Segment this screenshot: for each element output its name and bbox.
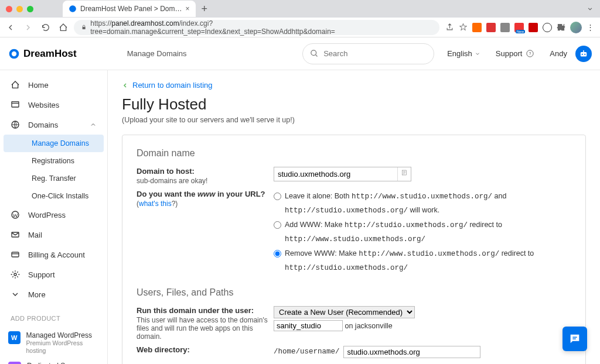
return-link[interactable]: Return to domain listing bbox=[122, 81, 586, 90]
whats-this-link[interactable]: what's this bbox=[139, 200, 172, 208]
svg-point-9 bbox=[584, 53, 585, 54]
url-text: https://panel.dreamhost.com/index.cgi?tr… bbox=[90, 19, 432, 36]
sidebar-item-label: Billing & Account bbox=[28, 250, 85, 259]
sidebar-item-label: Home bbox=[28, 81, 49, 90]
svg-point-0 bbox=[69, 5, 76, 12]
extension-icon[interactable]: New bbox=[514, 23, 524, 32]
run-user-label: Run this domain under the user: bbox=[137, 306, 268, 315]
sidebar-item-mail[interactable]: Mail bbox=[0, 225, 107, 245]
sidebar-item-label: Websites bbox=[28, 101, 59, 109]
domain-to-host-label: Domain to host: bbox=[137, 167, 268, 176]
sidebar-sub-registrations[interactable]: Registrations bbox=[0, 152, 107, 170]
extensions-icon[interactable] bbox=[557, 23, 565, 32]
logo-icon bbox=[8, 48, 20, 60]
sidebar-sub-manage-domains[interactable]: Manage Domains bbox=[4, 135, 104, 152]
reload-icon[interactable] bbox=[41, 23, 50, 32]
product-title: Managed WordPress bbox=[26, 331, 99, 339]
search-input[interactable] bbox=[302, 43, 434, 64]
web-dir-prefix: /home/username/ bbox=[274, 345, 340, 359]
sidebar-item-support[interactable]: Support bbox=[0, 265, 107, 284]
extension-icon[interactable] bbox=[543, 23, 552, 32]
svg-point-4 bbox=[311, 50, 316, 56]
search-icon bbox=[310, 49, 319, 58]
new-tab-button[interactable]: + bbox=[202, 3, 208, 15]
radio-remove-www[interactable] bbox=[274, 250, 281, 257]
sidebar-item-more[interactable]: More bbox=[0, 284, 107, 304]
chat-button[interactable] bbox=[562, 327, 587, 351]
svg-point-3 bbox=[12, 51, 16, 56]
star-icon[interactable] bbox=[459, 23, 468, 32]
sidebar-item-wordpress[interactable]: WordPress bbox=[0, 205, 107, 225]
extension-icon[interactable] bbox=[529, 23, 538, 32]
window-minimize-button[interactable] bbox=[16, 6, 23, 12]
back-icon[interactable] bbox=[6, 23, 15, 32]
user-select[interactable]: Create a New User (Recommended) bbox=[274, 306, 415, 318]
sidebar-item-label: Domains bbox=[28, 121, 58, 129]
chevron-up-icon bbox=[90, 121, 97, 128]
forward-icon bbox=[23, 23, 33, 32]
radio-add-www[interactable] bbox=[274, 221, 281, 229]
sidebar-item-label: Mail bbox=[28, 231, 42, 239]
sidebar-item-home[interactable]: Home bbox=[0, 75, 107, 95]
mail-icon bbox=[11, 230, 20, 239]
sidebar-sub-reg-transfer[interactable]: Reg. Transfer bbox=[0, 170, 107, 187]
url-field[interactable]: https://panel.dreamhost.com/index.cgi?tr… bbox=[74, 20, 439, 35]
wordpress-icon: W bbox=[8, 331, 21, 344]
product-title: Dedicated Server bbox=[27, 362, 86, 364]
window-maximize-button[interactable] bbox=[27, 6, 33, 12]
sidebar-item-domains[interactable]: Domains bbox=[0, 115, 107, 135]
sidebar-sub-oneclick[interactable]: One-Click Installs bbox=[0, 187, 107, 205]
tabs-overflow-icon[interactable] bbox=[586, 5, 594, 13]
svg-rect-14 bbox=[12, 252, 19, 257]
share-icon[interactable] bbox=[445, 23, 454, 32]
radio-leave-alone[interactable] bbox=[274, 193, 281, 200]
extension-icon[interactable] bbox=[500, 23, 510, 32]
svg-point-8 bbox=[582, 53, 583, 54]
menu-dots-icon[interactable]: ⋮ bbox=[587, 23, 594, 32]
window-close-button[interactable] bbox=[6, 6, 12, 12]
home-icon[interactable] bbox=[59, 23, 68, 32]
bot-avatar[interactable] bbox=[575, 46, 592, 62]
wordpress-icon bbox=[11, 210, 20, 219]
www-question-label: Do you want the www in your URL? bbox=[137, 190, 268, 198]
back-arrow-icon bbox=[122, 82, 129, 89]
web-dir-label: Web directory: bbox=[137, 345, 268, 354]
sidebar: Home Websites Domains Manage Domains Reg… bbox=[0, 70, 108, 364]
contacts-icon[interactable] bbox=[397, 167, 411, 181]
subdomains-note: sub-domains are okay! bbox=[137, 177, 268, 185]
product-managed-wordpress[interactable]: W Managed WordPress Premium WordPress ho… bbox=[0, 328, 107, 358]
section-title-domain: Domain name bbox=[137, 148, 571, 159]
sidebar-item-label: More bbox=[28, 290, 46, 299]
product-dedicated-server[interactable]: ▮ Dedicated Server Power, control, speed bbox=[0, 358, 107, 364]
browser-tab[interactable]: DreamHost Web Panel > Dom… × bbox=[63, 1, 196, 17]
server-name: on jacksonville bbox=[345, 322, 392, 330]
breadcrumb: Manage Domains bbox=[127, 49, 187, 58]
sidebar-heading: ADD PRODUCT bbox=[0, 304, 107, 328]
settings-panel: Domain name Domain to host: sub-domains … bbox=[122, 135, 586, 364]
run-user-note: This user will have access to the domain… bbox=[137, 316, 268, 341]
language-selector[interactable]: English bbox=[447, 49, 480, 58]
new-user-input[interactable] bbox=[274, 320, 343, 331]
web-dir-input[interactable] bbox=[343, 346, 480, 358]
tab-close-icon[interactable]: × bbox=[186, 5, 190, 13]
profile-avatar[interactable] bbox=[570, 22, 582, 33]
user-name[interactable]: Andy bbox=[550, 49, 567, 58]
support-link[interactable]: Support ? bbox=[496, 49, 535, 58]
chevron-down-icon bbox=[475, 51, 480, 57]
sidebar-item-websites[interactable]: Websites bbox=[0, 95, 107, 115]
radio-leave-alone-label: Leave it alone: Both http://www.studio.u… bbox=[285, 190, 571, 217]
product-subtitle: Premium WordPress hosting bbox=[26, 339, 99, 354]
websites-icon bbox=[11, 100, 20, 109]
sidebar-item-billing[interactable]: Billing & Account bbox=[0, 245, 107, 265]
extension-icon[interactable] bbox=[472, 23, 482, 32]
svg-rect-1 bbox=[83, 27, 86, 29]
tab-title: DreamHost Web Panel > Dom… bbox=[80, 5, 182, 13]
server-icon: ▮ bbox=[8, 362, 21, 364]
radio-remove-www-label: Remove WWW: Make http://www.studio.uxmet… bbox=[285, 247, 571, 274]
svg-rect-10 bbox=[12, 102, 19, 107]
domain-input[interactable] bbox=[274, 169, 397, 180]
page-subtitle: (Upload your site to our servers and we'… bbox=[122, 116, 586, 124]
section-title-users: Users, Files, and Paths bbox=[137, 287, 571, 298]
logo[interactable]: DreamHost bbox=[8, 48, 77, 60]
extension-icon[interactable] bbox=[486, 23, 496, 32]
